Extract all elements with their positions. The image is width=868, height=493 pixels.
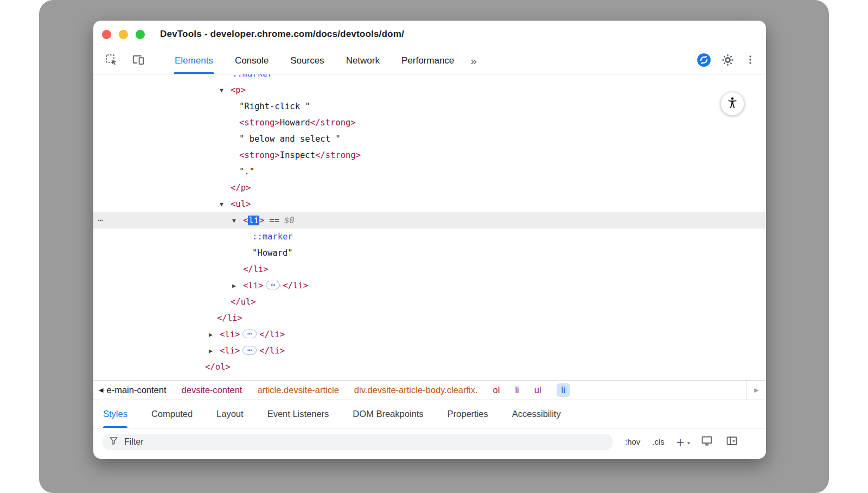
breadcrumb-item-ul[interactable]: ul [534, 385, 541, 395]
window-title: DevTools - developer.chrome.com/docs/dev… [160, 29, 404, 40]
device-toolbar-button[interactable] [129, 52, 148, 70]
tab-console[interactable]: Console [224, 48, 279, 74]
text-token: "." [239, 167, 254, 176]
settings-button[interactable] [721, 53, 735, 69]
toolbar-right-actions [697, 53, 756, 69]
tab-label: Console [235, 55, 269, 66]
breadcrumb-item-ol[interactable]: ol [493, 385, 500, 395]
tab-label: Performance [401, 55, 454, 66]
dom-tree-row[interactable]: </li> [93, 310, 766, 326]
toggle-sidebar-button[interactable] [725, 434, 738, 450]
expand-arrow-icon[interactable]: ▶ [232, 278, 243, 294]
chevron-right-icon: ▶ [754, 387, 758, 394]
tab-label: Accessibility [512, 409, 561, 419]
filter-input[interactable]: Filter [102, 434, 613, 450]
dom-tree-row[interactable]: " below and select " [93, 131, 766, 147]
rendering-emulation-button[interactable] [700, 434, 713, 450]
filter-placeholder: Filter [124, 437, 144, 447]
new-style-rule-button[interactable]: +▾ [676, 437, 689, 447]
breadcrumb-item-div-body[interactable]: div.devsite-article-body.clearfix. [354, 385, 478, 395]
tab-network[interactable]: Network [335, 48, 391, 74]
tab-computed[interactable]: Computed [151, 400, 193, 428]
tab-styles[interactable]: Styles [103, 400, 127, 428]
inline-expand-button[interactable]: ⋯ [242, 346, 257, 355]
sidebar-toggle-icon [725, 434, 738, 450]
tag-token: </li> [217, 313, 242, 323]
breadcrumb-scroll-left-button[interactable]: ◀ [93, 387, 106, 394]
inspect-icon [104, 53, 118, 69]
dom-tree-row[interactable]: ⋯▼<li>==$0 [93, 212, 766, 229]
tag-token: </strong> [315, 150, 361, 160]
tab-dom-breakpoints[interactable]: DOM Breakpoints [353, 400, 423, 428]
inspect-element-button[interactable] [102, 52, 120, 70]
dom-tree-row[interactable]: "Right-click " [93, 98, 766, 115]
expand-arrow-icon[interactable]: ▼ [220, 197, 231, 213]
traffic-lights [102, 30, 145, 39]
breadcrumb-item-li-selected[interactable]: li [557, 383, 570, 397]
minimize-window-button[interactable] [119, 30, 128, 39]
tab-label: Layout [216, 409, 244, 419]
gear-icon [721, 53, 735, 69]
panel-tabs: Elements Console Sources Network Perform… [164, 48, 482, 74]
tab-properties[interactable]: Properties [448, 400, 488, 428]
tag-token: </li> [259, 330, 285, 339]
dom-tree-row[interactable]: "." [93, 163, 766, 180]
more-tabs-button[interactable]: » [465, 48, 482, 74]
tab-label: Sources [290, 55, 324, 66]
inline-expand-button[interactable]: ⋯ [242, 330, 257, 338]
breadcrumb: ◀ e-main-content devsite-content article… [93, 380, 766, 400]
expand-arrow-icon[interactable]: ▼ [232, 213, 243, 229]
zoom-window-button[interactable] [136, 30, 145, 39]
dom-tree-row[interactable]: </ol> [93, 359, 766, 375]
dom-tree-row[interactable]: ::marker [93, 229, 766, 245]
breadcrumb-scroll-right-button[interactable]: ▶ [746, 381, 766, 400]
tab-accessibility[interactable]: Accessibility [512, 400, 561, 428]
styles-filter-bar: Filter :hov .cls +▾ [93, 428, 766, 455]
screenshot-stage: DevTools - developer.chrome.com/docs/dev… [0, 0, 868, 493]
row-actions-dots-icon[interactable]: ⋯ [98, 212, 104, 229]
operator-token: == [269, 216, 279, 225]
plus-icon: + [676, 434, 685, 450]
dom-tree-row[interactable]: ▼<p> [93, 82, 766, 98]
tab-label: Computed [151, 409, 193, 419]
element-classes-button[interactable]: .cls [652, 437, 665, 446]
inline-expand-button[interactable]: ⋯ [266, 281, 280, 289]
close-window-button[interactable] [102, 30, 111, 39]
chevron-left-icon: ◀ [99, 387, 103, 393]
dom-tree-row[interactable]: <strong>Inspect</strong> [93, 147, 766, 163]
tab-sources[interactable]: Sources [279, 48, 335, 74]
toggle-element-state-button[interactable]: :hov [625, 437, 640, 446]
dom-tree-row[interactable]: </li> [93, 261, 766, 277]
breadcrumb-item-li[interactable]: li [515, 385, 519, 395]
dom-tree-row[interactable]: ▶<li>⋯</li> [93, 343, 766, 359]
tag-token: </ul> [231, 297, 256, 307]
accessibility-overlay-button[interactable] [720, 92, 744, 116]
expand-arrow-icon[interactable]: ▼ [220, 83, 231, 99]
breadcrumb-item-article[interactable]: article.devsite-article [257, 385, 339, 395]
dom-tree-row[interactable]: </ul> [93, 294, 766, 310]
tag-token: </p> [231, 183, 251, 193]
text-token: " below and select " [239, 134, 341, 144]
dom-tree-row[interactable]: "Howard" [93, 245, 766, 261]
tab-layout[interactable]: Layout [216, 400, 244, 428]
expand-arrow-icon[interactable]: ▶ [209, 343, 220, 359]
kebab-menu-icon [744, 54, 756, 68]
tag-token: < [243, 216, 248, 225]
tab-elements[interactable]: Elements [164, 48, 224, 74]
tag-token: <ul> [231, 199, 251, 209]
tab-event-listeners[interactable]: Event Listeners [267, 400, 329, 428]
breadcrumb-item-main-content[interactable]: e-main-content [106, 385, 166, 395]
dom-tree-row[interactable]: ▶<li>⋯</li> [93, 326, 766, 343]
main-menu-button[interactable] [744, 54, 756, 68]
dom-tree-row[interactable]: ::marker [93, 74, 766, 82]
sync-button[interactable] [697, 53, 711, 69]
breadcrumb-item-devsite-content[interactable]: devsite-content [182, 385, 242, 395]
expand-arrow-icon[interactable]: ▶ [209, 327, 220, 343]
dom-tree-row[interactable]: ▼<ul> [93, 196, 766, 212]
dom-tree-row[interactable]: <strong>Howard</strong> [93, 115, 766, 131]
dom-tree-row[interactable]: ▶<li>⋯</li> [93, 277, 766, 294]
tag-token: </ol> [205, 362, 231, 372]
tab-performance[interactable]: Performance [391, 48, 465, 74]
tag-token: <strong> [239, 150, 280, 160]
dom-tree-row[interactable]: </p> [93, 180, 766, 196]
